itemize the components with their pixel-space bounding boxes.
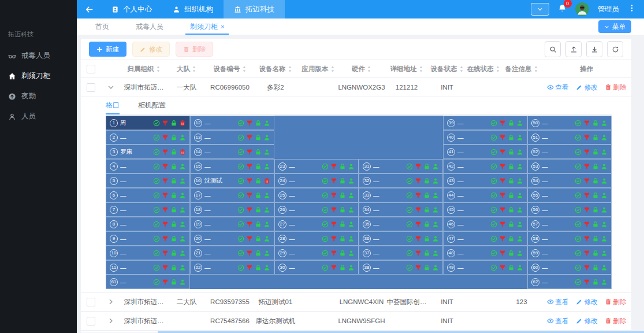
locker-slot-33[interactable]: 33—	[359, 188, 443, 202]
col-header-address[interactable]: 详细地址	[385, 60, 429, 77]
trash-icon[interactable]	[179, 149, 186, 156]
person-icon[interactable]	[432, 221, 439, 228]
locker-slot-38[interactable]: 38—	[359, 260, 443, 275]
person-icon[interactable]	[516, 235, 523, 242]
person-icon[interactable]	[601, 235, 608, 242]
person-icon[interactable]	[179, 235, 186, 242]
person-icon[interactable]	[516, 250, 523, 257]
locker-slot-8[interactable]: 8—	[106, 217, 190, 231]
locker-slot-58[interactable]: 58—	[527, 231, 612, 246]
locker-slot-36[interactable]: 36—	[359, 231, 443, 246]
trash-icon[interactable]	[263, 177, 270, 184]
locker-slot-22[interactable]: 22—	[190, 260, 274, 275]
locker-slot-49[interactable]: 49—	[443, 260, 527, 275]
search-button[interactable]	[545, 41, 561, 57]
locker-slot-35[interactable]: 35—	[359, 217, 443, 231]
locker-slot-15[interactable]: 15—	[190, 159, 274, 173]
menu-button[interactable]: 菜单	[598, 20, 631, 33]
locker-slot-41[interactable]: 41—	[443, 145, 527, 159]
col-header-team[interactable]: 大队	[166, 60, 207, 77]
view-action[interactable]: 查看	[547, 83, 569, 92]
sort-carets-icon[interactable]	[156, 65, 161, 73]
locker-slot-57[interactable]: 57—	[527, 217, 612, 231]
export-button[interactable]	[565, 41, 582, 57]
locker-slot-42[interactable]: 42—	[443, 159, 527, 173]
col-header-org[interactable]: 归属组织	[121, 60, 166, 77]
locker-slot-31[interactable]: 31—	[359, 159, 443, 173]
detail-tab-0[interactable]: 格口	[106, 97, 120, 114]
select-all-checkbox[interactable]	[81, 60, 100, 77]
person-icon[interactable]	[601, 221, 608, 228]
person-icon[interactable]	[516, 192, 523, 199]
page-tab-1[interactable]: 戒毒人员	[136, 18, 163, 35]
locker-slot-52[interactable]: 52—	[527, 145, 612, 159]
row-checkbox[interactable]	[87, 83, 95, 92]
locker-slot-19[interactable]: 19—	[190, 217, 274, 231]
person-icon[interactable]	[263, 206, 270, 213]
sort-carets-icon[interactable]	[330, 65, 335, 73]
col-header-device_name[interactable]: 设备名称	[253, 60, 298, 77]
sidebar-item-0[interactable]: 戒毒人员	[0, 46, 77, 66]
person-icon[interactable]	[601, 134, 608, 141]
locker-slot-30[interactable]: 30—	[274, 260, 359, 275]
trash-icon[interactable]	[179, 120, 186, 127]
view-action[interactable]: 查看	[547, 317, 569, 325]
more-menu-button[interactable]	[628, 4, 636, 14]
edit-action[interactable]: 修改	[576, 317, 598, 325]
locker-slot-32[interactable]: 32—	[359, 173, 443, 188]
locker-slot-28[interactable]: 28—	[274, 231, 359, 246]
locker-slot-10[interactable]: 10—	[106, 246, 190, 260]
locker-slot-48[interactable]: 48—	[443, 246, 527, 260]
person-icon[interactable]	[601, 177, 608, 184]
col-header-device_status[interactable]: 设备状态	[429, 60, 466, 77]
locker-slot-34[interactable]: 34—	[359, 202, 443, 217]
locker-slot-4[interactable]: 4—	[106, 159, 190, 173]
row-checkbox[interactable]	[87, 317, 95, 325]
new-button[interactable]: 新建	[89, 42, 126, 57]
notifications-button[interactable]: 0	[558, 4, 567, 15]
locker-slot-24[interactable]: 24—	[274, 173, 359, 188]
view-action[interactable]: 查看	[547, 298, 569, 306]
col-header-remark[interactable]: 备注信息	[501, 60, 542, 77]
person-icon[interactable]	[516, 120, 523, 127]
locker-slot-20[interactable]: 20—	[190, 231, 274, 246]
avatar[interactable]	[575, 2, 589, 16]
locker-slot-39[interactable]: 39—	[443, 116, 527, 130]
person-icon[interactable]	[516, 206, 523, 213]
locker-slot-25[interactable]: 25—	[274, 188, 359, 202]
person-icon[interactable]	[179, 206, 186, 213]
locker-slot-9[interactable]: 9—	[106, 231, 190, 246]
topnav-item-2[interactable]: 拓迈科技	[224, 0, 285, 18]
sidebar-item-1[interactable]: 剃须刀柜	[0, 66, 77, 86]
person-icon[interactable]	[601, 250, 608, 257]
col-header-device_no[interactable]: 设备编号	[207, 60, 253, 77]
person-icon[interactable]	[601, 206, 608, 213]
delete-action[interactable]: 删除	[605, 83, 627, 92]
person-icon[interactable]	[432, 177, 439, 184]
page-tab-2[interactable]: 剃须刀柜×	[190, 18, 224, 35]
locker-slot-55[interactable]: 55—	[527, 188, 612, 202]
person-icon[interactable]	[348, 235, 355, 242]
collapse-dropdown-button[interactable]	[531, 3, 549, 16]
delete-action[interactable]: 删除	[605, 298, 627, 306]
locker-slot-5[interactable]: 5—	[106, 173, 190, 188]
person-icon[interactable]	[516, 177, 523, 184]
person-icon[interactable]	[432, 192, 439, 199]
sort-carets-icon[interactable]	[496, 65, 500, 73]
person-icon[interactable]	[516, 264, 523, 271]
row-checkbox[interactable]	[87, 298, 95, 306]
person-icon[interactable]	[516, 221, 523, 228]
locker-slot-21[interactable]: 21—	[190, 246, 274, 260]
person-icon[interactable]	[516, 163, 523, 170]
topnav-item-1[interactable]: 组织机构	[162, 0, 224, 18]
locker-slot-56[interactable]: 56—	[527, 202, 612, 217]
locker-slot-59[interactable]: 59—	[527, 246, 612, 260]
person-icon[interactable]	[432, 250, 439, 257]
sort-carets-icon[interactable]	[192, 65, 196, 73]
locker-slot-60[interactable]: 60—	[527, 260, 612, 275]
person-icon[interactable]	[179, 163, 186, 170]
person-icon[interactable]	[601, 149, 608, 156]
delete-button[interactable]: 删除	[176, 42, 213, 57]
locker-slot-1[interactable]: 1周	[106, 116, 190, 130]
person-icon[interactable]	[348, 206, 355, 213]
